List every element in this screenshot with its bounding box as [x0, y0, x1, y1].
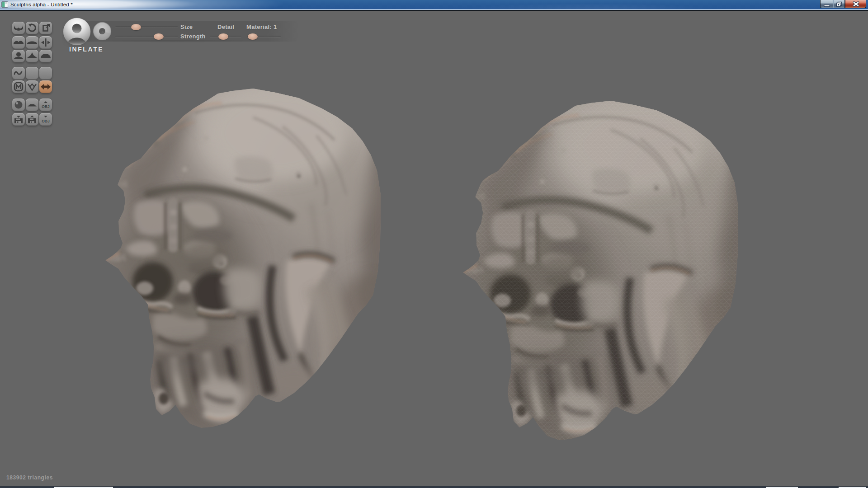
- svg-text:OBJ: OBJ: [42, 119, 50, 123]
- svg-text:OBJ: OBJ: [42, 104, 50, 109]
